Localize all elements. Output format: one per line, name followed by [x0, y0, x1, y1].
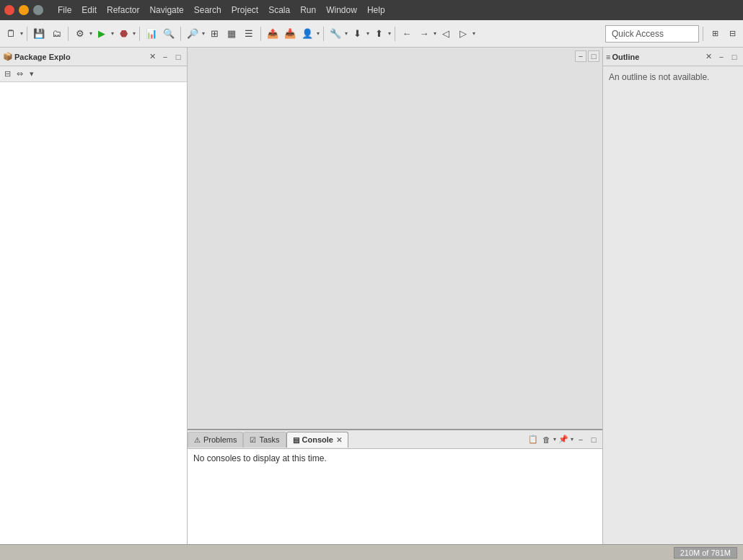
- bottom-panel: ⚠ Problems ☑ Tasks ▤ Console ✕ 📋 �: [188, 429, 602, 544]
- person-dropdown-arrow[interactable]: ▾: [317, 30, 320, 37]
- build-dropdown-arrow[interactable]: ▾: [89, 30, 92, 37]
- quick-access-input[interactable]: Quick Access: [605, 25, 699, 43]
- center-area: − □ ⚠ Problems ☑ Tasks ▤ C: [188, 48, 602, 544]
- maximize-button[interactable]: [33, 5, 43, 15]
- grid-button[interactable]: ▦: [224, 26, 239, 42]
- search-dropdown-arrow[interactable]: ▾: [202, 30, 205, 37]
- memory-text: 210M of 781M: [680, 548, 731, 557]
- console-clear-button[interactable]: 🗑: [540, 434, 552, 445]
- save-button[interactable]: 💾: [31, 26, 47, 42]
- outline-panel: ≡ Outline ✕ − □ An outline is not availa…: [602, 48, 743, 544]
- menu-refactor[interactable]: Refactor: [102, 4, 144, 17]
- memory-indicator[interactable]: 210M of 781M: [674, 547, 737, 559]
- console-pin-button[interactable]: 📌: [558, 434, 569, 445]
- tab-problems-label: Problems: [203, 435, 237, 444]
- back-button[interactable]: ←: [399, 26, 415, 42]
- outline-maximize-button[interactable]: □: [729, 51, 740, 63]
- build-button[interactable]: ⚙: [72, 26, 88, 42]
- menu-help[interactable]: Help: [363, 4, 390, 17]
- outline-title: Outline: [612, 53, 701, 61]
- console-new-button[interactable]: 📋: [527, 434, 539, 445]
- editor-minimize-button[interactable]: −: [575, 50, 586, 62]
- minimize-button[interactable]: [19, 5, 29, 15]
- bottom-tabs-row: ⚠ Problems ☑ Tasks ▤ Console ✕: [188, 432, 524, 448]
- down-dropdown-arrow[interactable]: ▾: [366, 30, 369, 37]
- list-button[interactable]: ☰: [241, 26, 257, 42]
- separator-1: [27, 27, 27, 41]
- link-with-editor-button[interactable]: ⇔: [14, 68, 25, 80]
- outline-icon: ≡: [606, 53, 610, 61]
- separator-5: [260, 27, 261, 41]
- menu-project[interactable]: Project: [227, 4, 263, 17]
- package-explorer-close-button[interactable]: ✕: [146, 51, 158, 63]
- menu-window[interactable]: Window: [322, 4, 361, 17]
- menu-file[interactable]: File: [53, 4, 76, 17]
- package-explorer-maximize-button[interactable]: □: [172, 51, 184, 63]
- tab-console[interactable]: ▤ Console ✕: [286, 432, 348, 448]
- new-button[interactable]: 🗒: [3, 26, 19, 42]
- history-forward-button[interactable]: ▷: [455, 26, 471, 42]
- perspective-button-2[interactable]: ⊟: [724, 26, 740, 42]
- run-button[interactable]: ▶: [94, 26, 110, 42]
- nav-dropdown-arrow[interactable]: ▾: [434, 30, 436, 37]
- tools-dropdown-arrow[interactable]: ▾: [345, 30, 348, 37]
- main-area: 📦 Package Explo ✕ − □ ⊟ ⇔ ▾ − □: [0, 48, 743, 544]
- editor-maximize-button[interactable]: □: [588, 50, 599, 62]
- separator-2: [68, 27, 69, 41]
- save-all-button[interactable]: 🗂: [48, 26, 64, 42]
- statusbar: 210M of 781M: [0, 544, 743, 560]
- tab-tasks[interactable]: ☑ Tasks: [243, 432, 286, 448]
- package-explorer-content[interactable]: [0, 82, 187, 544]
- console-clear-dropdown[interactable]: ▾: [553, 436, 556, 443]
- up-arrow-button[interactable]: ⬆: [371, 26, 387, 42]
- outline-minimize-button[interactable]: −: [716, 51, 727, 63]
- debug-dropdown-arrow[interactable]: ▾: [133, 30, 136, 37]
- search-button[interactable]: 🔎: [185, 26, 201, 42]
- profile-button[interactable]: 🔍: [161, 26, 177, 42]
- tab-problems[interactable]: ⚠ Problems: [188, 432, 243, 448]
- editor-area[interactable]: − □: [188, 48, 602, 429]
- package-explorer-header: 📦 Package Explo ✕ − □: [0, 48, 187, 66]
- tasks-icon: ☑: [250, 436, 256, 444]
- editor-container[interactable]: [188, 48, 602, 429]
- history-dropdown-arrow[interactable]: ▾: [472, 30, 475, 37]
- separator-6: [323, 27, 324, 41]
- new-dropdown-arrow[interactable]: ▾: [20, 30, 23, 37]
- tools-button[interactable]: 🔧: [327, 26, 343, 42]
- console-maximize-button[interactable]: □: [588, 434, 599, 445]
- menu-search[interactable]: Search: [190, 4, 226, 17]
- package-explorer-title: Package Explo: [14, 53, 145, 61]
- down-arrow-button[interactable]: ⬇: [349, 26, 365, 42]
- separator-4: [180, 27, 181, 41]
- menu-run[interactable]: Run: [296, 4, 320, 17]
- console-pin-dropdown[interactable]: ▾: [571, 436, 573, 443]
- debug-button[interactable]: ⬣: [115, 26, 131, 42]
- titlebar: File Edit Refactor Navigate Search Proje…: [0, 0, 743, 20]
- package-explorer-minimize-button[interactable]: −: [159, 51, 171, 63]
- close-button[interactable]: [4, 5, 14, 15]
- console-tab-close[interactable]: ✕: [336, 436, 342, 444]
- view-menu-button[interactable]: ▾: [26, 68, 38, 80]
- export-button[interactable]: 📤: [265, 26, 281, 42]
- forward-button[interactable]: →: [416, 26, 432, 42]
- menu-navigate[interactable]: Navigate: [145, 4, 188, 17]
- quick-access-label: Quick Access: [612, 29, 664, 39]
- collapse-all-button[interactable]: ⊟: [1, 68, 13, 80]
- history-back-button[interactable]: ◁: [438, 26, 454, 42]
- person-button[interactable]: 👤: [299, 26, 315, 42]
- up-dropdown-arrow[interactable]: ▾: [388, 30, 391, 37]
- separator-8: [703, 27, 703, 41]
- coverage-button[interactable]: 📊: [144, 26, 159, 42]
- outline-header: ≡ Outline ✕ − □: [603, 48, 743, 66]
- import-button[interactable]: 📥: [282, 26, 298, 42]
- menu-edit[interactable]: Edit: [77, 4, 101, 17]
- outline-close-button[interactable]: ✕: [703, 51, 714, 63]
- filter-button[interactable]: ⊞: [206, 26, 222, 42]
- perspective-button-1[interactable]: ⊞: [707, 26, 723, 42]
- run-dropdown-arrow[interactable]: ▾: [111, 30, 114, 37]
- console-icon: ▤: [293, 436, 299, 444]
- tab-console-label: Console: [302, 435, 333, 444]
- menu-scala[interactable]: Scala: [264, 4, 294, 17]
- console-minimize-button[interactable]: −: [575, 434, 586, 445]
- separator-3: [139, 27, 140, 41]
